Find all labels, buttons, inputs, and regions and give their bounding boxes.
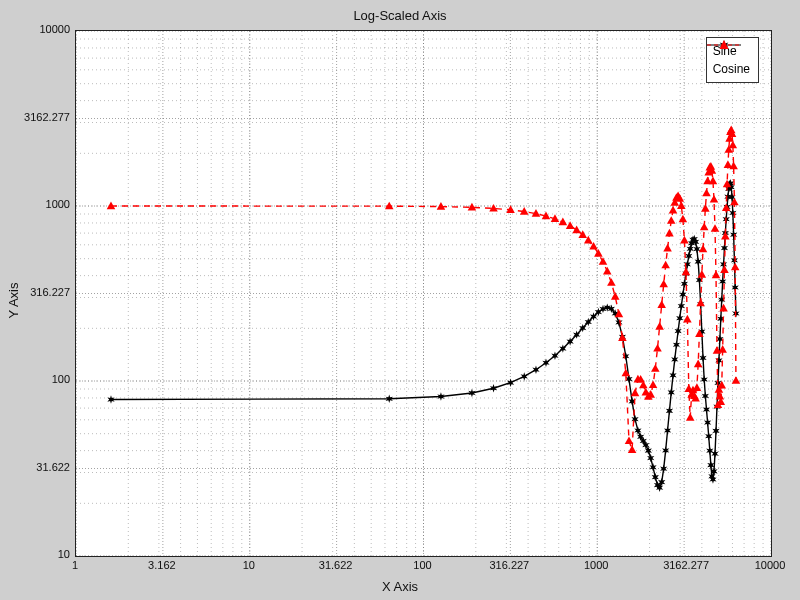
x-tick-label: 3.162 <box>142 559 182 571</box>
svg-marker-218 <box>661 261 670 269</box>
y-axis-label: Y Axis <box>6 0 22 600</box>
svg-marker-100 <box>615 318 622 326</box>
svg-marker-191 <box>572 226 581 234</box>
x-tick-label: 316.227 <box>489 559 529 571</box>
svg-marker-181 <box>437 202 446 210</box>
svg-marker-263 <box>719 304 728 312</box>
svg-marker-126 <box>676 314 683 322</box>
svg-marker-125 <box>674 327 681 335</box>
svg-marker-143 <box>699 354 706 362</box>
svg-marker-216 <box>657 300 666 308</box>
x-tick-label: 3162.277 <box>663 559 703 571</box>
svg-marker-196 <box>599 257 608 265</box>
x-tick-label: 10000 <box>750 559 790 571</box>
svg-marker-245 <box>701 204 710 212</box>
svg-marker-246 <box>702 189 711 197</box>
y-tick-label: 100 <box>15 373 70 385</box>
svg-marker-121 <box>668 388 675 396</box>
svg-marker-205 <box>631 389 640 397</box>
x-tick-label: 1 <box>55 559 95 571</box>
svg-marker-197 <box>603 267 612 275</box>
svg-marker-230 <box>682 268 691 276</box>
svg-marker-201 <box>618 333 627 341</box>
svg-marker-217 <box>659 280 668 288</box>
svg-marker-87 <box>542 359 549 367</box>
svg-marker-253 <box>710 195 719 203</box>
svg-marker-220 <box>665 229 674 237</box>
svg-marker-213 <box>651 364 660 372</box>
svg-marker-162 <box>719 277 726 285</box>
svg-marker-252 <box>709 177 718 185</box>
svg-marker-243 <box>699 245 708 253</box>
svg-marker-264 <box>720 265 729 273</box>
svg-marker-158 <box>715 356 722 364</box>
svg-marker-147 <box>704 418 711 426</box>
svg-marker-111 <box>647 454 654 462</box>
x-tick-label: 100 <box>403 559 443 571</box>
legend-entry-cosine: Cosine <box>713 60 750 78</box>
svg-marker-221 <box>667 216 676 224</box>
svg-marker-174 <box>729 209 736 217</box>
x-tick-label: 10 <box>229 559 269 571</box>
svg-marker-222 <box>669 206 678 214</box>
svg-marker-189 <box>559 218 568 226</box>
svg-marker-204 <box>628 445 637 453</box>
svg-marker-132 <box>685 252 692 260</box>
figure: Log-Scaled Axis X Axis Y Axis Sine Cosin… <box>0 0 800 600</box>
svg-marker-199 <box>611 292 620 300</box>
svg-marker-228 <box>679 215 688 223</box>
svg-marker-113 <box>652 473 659 481</box>
svg-marker-214 <box>653 344 662 352</box>
svg-marker-145 <box>702 392 709 400</box>
svg-marker-203 <box>625 436 634 444</box>
svg-marker-215 <box>655 322 664 330</box>
svg-marker-202 <box>622 369 631 377</box>
plot-area: Sine Cosine <box>75 30 772 557</box>
svg-marker-127 <box>678 302 685 310</box>
svg-marker-266 <box>722 203 731 211</box>
svg-marker-86 <box>532 366 539 374</box>
svg-marker-112 <box>649 463 656 471</box>
y-tick-label: 1000 <box>15 198 70 210</box>
x-axis-label: X Axis <box>0 579 800 594</box>
svg-marker-150 <box>707 461 714 469</box>
y-tick-label: 31.622 <box>15 461 70 473</box>
svg-marker-119 <box>664 426 671 434</box>
svg-marker-120 <box>666 407 673 415</box>
y-tick-label: 3162.277 <box>15 111 70 123</box>
svg-marker-212 <box>649 380 658 388</box>
y-tick-label: 316.227 <box>15 286 70 298</box>
svg-marker-124 <box>673 341 680 349</box>
chart-svg <box>76 31 771 556</box>
svg-marker-277 <box>731 263 740 271</box>
svg-marker-133 <box>687 245 694 253</box>
svg-marker-84 <box>507 378 514 386</box>
y-tick-label: 10 <box>15 548 70 560</box>
svg-marker-229 <box>680 236 689 244</box>
svg-marker-85 <box>521 372 528 380</box>
svg-marker-198 <box>607 278 616 286</box>
svg-marker-278 <box>732 376 741 384</box>
triangle-icon <box>707 38 741 52</box>
svg-marker-244 <box>700 223 709 231</box>
svg-marker-131 <box>684 260 691 268</box>
svg-marker-254 <box>711 224 720 232</box>
svg-marker-123 <box>671 355 678 363</box>
svg-marker-190 <box>566 221 575 229</box>
legend: Sine Cosine <box>706 37 759 83</box>
chart-title: Log-Scaled Axis <box>0 8 800 23</box>
svg-marker-238 <box>693 383 702 391</box>
y-tick-label: 10000 <box>15 23 70 35</box>
svg-marker-105 <box>631 415 638 423</box>
x-tick-label: 1000 <box>576 559 616 571</box>
legend-label: Cosine <box>713 62 750 76</box>
svg-marker-118 <box>662 446 669 454</box>
svg-marker-146 <box>703 405 710 413</box>
svg-marker-175 <box>730 230 737 238</box>
svg-marker-148 <box>705 432 712 440</box>
svg-marker-144 <box>701 375 708 383</box>
svg-marker-239 <box>694 359 703 367</box>
svg-marker-255 <box>712 270 721 278</box>
x-tick-label: 31.622 <box>316 559 356 571</box>
svg-marker-233 <box>686 413 695 421</box>
